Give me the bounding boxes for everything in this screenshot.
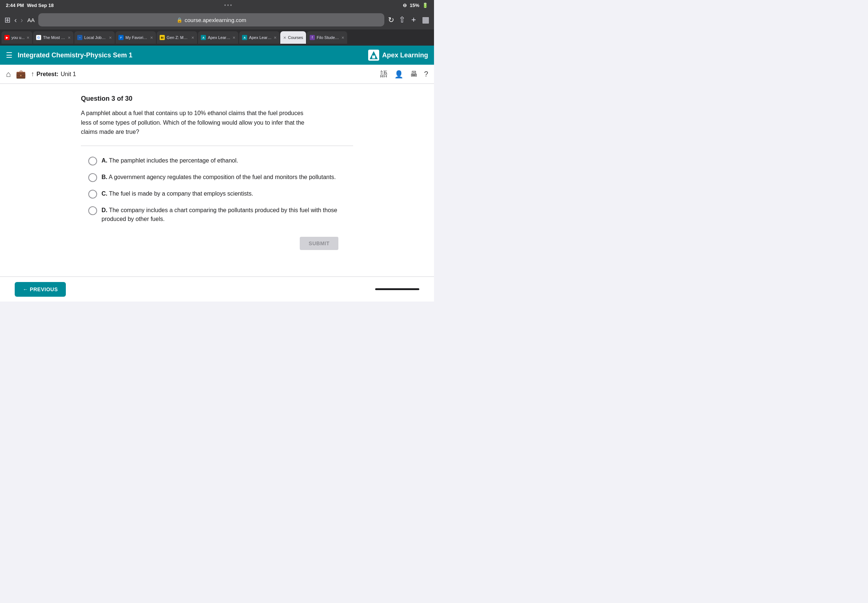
breadcrumb: ↑ Pretest: Unit 1	[31, 70, 76, 78]
tab-local[interactable]: ~ Local Jobs: 1... ✕	[74, 31, 115, 44]
option-b-text: B. A government agency regulates the com…	[102, 173, 336, 182]
tab-close-courses-x[interactable]: ✕	[283, 36, 286, 40]
tabs-icon[interactable]: ▦	[422, 15, 430, 25]
option-c-text: C. The fuel is made by a company that em…	[102, 189, 253, 198]
option-b-content: A government agency regulates the compos…	[109, 174, 336, 180]
apex-logo-icon	[368, 49, 379, 61]
app-header-left: ☰ Integrated Chemistry-Physics Sem 1	[6, 51, 132, 60]
tab-close-you[interactable]: ✕	[26, 36, 29, 40]
submit-row: SUBMIT	[81, 237, 353, 250]
battery-percent: 15%	[410, 3, 419, 8]
tab-close-genz[interactable]: ✕	[191, 36, 194, 40]
hamburger-menu-icon[interactable]: ☰	[6, 51, 12, 60]
breadcrumb-arrow-icon: ↑	[31, 70, 34, 78]
time: 2:44 PM	[6, 3, 24, 8]
divider	[81, 145, 353, 146]
tab-label-filo: Filo Student:...	[317, 35, 339, 40]
tab-label-local: Local Jobs: 1...	[84, 35, 107, 40]
home-icon[interactable]: ⌂	[6, 70, 11, 79]
tab-favicon-genz: BI	[159, 35, 165, 40]
tab-favicon-fav: P	[118, 35, 124, 40]
back-button[interactable]: ‹	[14, 16, 17, 24]
tab-close-fav[interactable]: ✕	[150, 36, 153, 40]
dot1	[224, 5, 226, 6]
answer-options: A. The pamphlet includes the percentage …	[81, 156, 353, 224]
tab-bar: ▶ you u... ✕ G The Most De... ✕ ~ Local …	[0, 29, 434, 46]
option-c[interactable]: C. The fuel is made by a company that em…	[88, 189, 353, 199]
tab-fav[interactable]: P My Favorite... ✕	[116, 31, 156, 44]
option-a-text: A. The pamphlet includes the percentage …	[102, 156, 238, 165]
status-center	[224, 5, 232, 6]
tab-label-apex2: Apex Learning	[249, 35, 272, 40]
accessibility-icon[interactable]: 👤	[394, 70, 404, 79]
tab-courses[interactable]: ✕ Courses	[280, 31, 306, 44]
aa-label[interactable]: AA	[27, 17, 34, 23]
radio-a[interactable]	[88, 157, 97, 165]
refresh-icon[interactable]: ↻	[388, 15, 394, 24]
option-b[interactable]: B. A government agency regulates the com…	[88, 173, 353, 182]
battery-icon: 🔋	[422, 3, 428, 8]
tab-apex1[interactable]: A Apex Learning ✕	[198, 31, 238, 44]
radio-d[interactable]	[88, 206, 97, 215]
url-text[interactable]: course.apexlearning.com	[185, 17, 246, 23]
tab-close-apex1[interactable]: ✕	[232, 36, 235, 40]
tab-close-google[interactable]: ✕	[68, 36, 71, 40]
tab-apex2[interactable]: A Apex Learning ✕	[239, 31, 280, 44]
share-icon[interactable]: ⇧	[399, 15, 405, 25]
previous-button[interactable]: ← PREVIOUS	[15, 282, 66, 297]
new-tab-icon[interactable]: +	[411, 15, 416, 25]
option-c-content: The fuel is made by a company that emplo…	[109, 190, 253, 197]
print-icon[interactable]: 🖶	[410, 70, 418, 78]
lock-icon: 🔒	[176, 17, 183, 23]
tab-favicon-google: G	[36, 35, 41, 40]
address-bar[interactable]: 🔒 course.apexlearning.com	[38, 13, 384, 26]
tab-close-filo[interactable]: ✕	[341, 36, 344, 40]
content-area: Question 3 of 30 A pamphlet about a fuel…	[0, 84, 434, 277]
tab-label-apex1: Apex Learning	[208, 35, 231, 40]
content-toolbar: ⌂ 💼 ↑ Pretest: Unit 1 語 👤 🖶 ?	[0, 65, 434, 84]
toolbar-left: ⌂ 💼 ↑ Pretest: Unit 1	[6, 70, 76, 79]
tab-close-local[interactable]: ✕	[109, 36, 112, 40]
date: Wed Sep 18	[27, 3, 54, 8]
question-text: A pamphlet about a fuel that contains up…	[81, 108, 309, 137]
radio-b[interactable]	[88, 173, 97, 182]
forward-button[interactable]: ›	[21, 16, 23, 24]
tab-favicon-filo: f	[310, 35, 315, 40]
help-icon[interactable]: ?	[424, 70, 428, 78]
option-d[interactable]: D. The company includes a chart comparin…	[88, 206, 353, 224]
briefcase-icon[interactable]: 💼	[16, 70, 26, 79]
dot2	[227, 5, 229, 6]
option-a[interactable]: A. The pamphlet includes the percentage …	[88, 156, 353, 165]
tab-genz[interactable]: BI Gen Z: Major... ✕	[157, 31, 197, 44]
tab-you[interactable]: ▶ you u... ✕	[2, 31, 32, 44]
tab-close-apex2[interactable]: ✕	[274, 36, 277, 40]
question-header: Question 3 of 30	[81, 95, 353, 103]
breadcrumb-label: Pretest:	[36, 71, 59, 77]
tab-filo[interactable]: f Filo Student:... ✕	[307, 31, 347, 44]
tab-favicon-apex2: A	[242, 35, 247, 40]
option-d-letter: D.	[102, 207, 107, 213]
browser-nav: ⊞ ‹ ›	[5, 15, 23, 24]
apex-logo-text: Apex Learning	[382, 51, 428, 59]
option-d-content: The company includes a chart comparing t…	[102, 207, 337, 222]
tab-label-google: The Most De...	[43, 35, 66, 40]
option-b-letter: B.	[102, 174, 107, 180]
home-indicator	[375, 288, 419, 290]
option-c-letter: C.	[102, 190, 107, 197]
toolbar-right: 語 👤 🖶 ?	[380, 69, 428, 79]
status-right: ⊖ 15% 🔋	[403, 3, 428, 8]
wifi-icon: ⊖	[403, 3, 407, 8]
radio-c[interactable]	[88, 190, 97, 199]
sidebar-toggle-icon[interactable]: ⊞	[5, 15, 11, 24]
dot3	[230, 5, 232, 6]
submit-button[interactable]: SUBMIT	[300, 237, 338, 250]
tab-google[interactable]: G The Most De... ✕	[33, 31, 74, 44]
tab-label-courses: Courses	[288, 35, 303, 40]
status-bar: 2:44 PM Wed Sep 18 ⊖ 15% 🔋	[0, 0, 434, 10]
breadcrumb-value: Unit 1	[61, 71, 76, 77]
tab-favicon-apex1: A	[201, 35, 206, 40]
translate-icon[interactable]: 語	[380, 69, 388, 79]
app-header: ☰ Integrated Chemistry-Physics Sem 1 Ape…	[0, 46, 434, 65]
course-title: Integrated Chemistry-Physics Sem 1	[18, 51, 132, 59]
option-d-text: D. The company includes a chart comparin…	[102, 206, 353, 224]
